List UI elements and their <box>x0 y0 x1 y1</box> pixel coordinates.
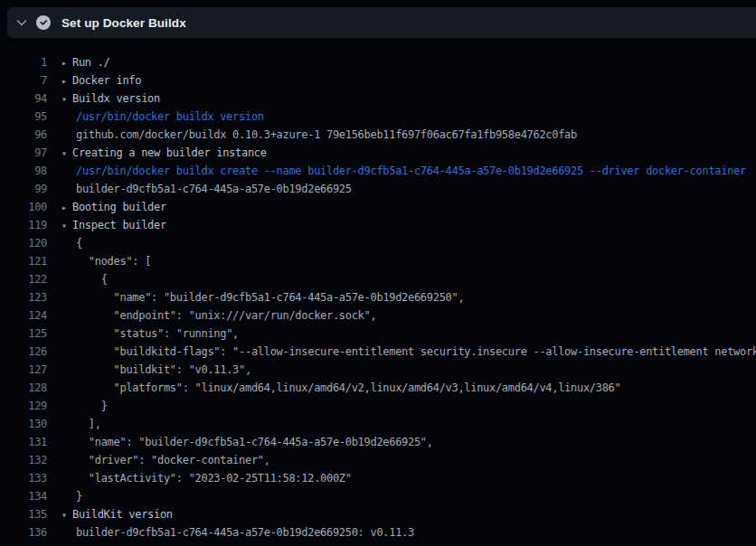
log-output-text: "endpoint": "unix:///var/run/docker.sock… <box>47 309 376 322</box>
log-output-text: "name": "builder-d9cfb5a1-c764-445a-a57e… <box>47 291 464 304</box>
collapse-group-icon[interactable]: ▾ <box>61 221 72 231</box>
log-line: 95 /usr/bin/docker buildx version <box>0 108 756 126</box>
log-group-title: Booting builder <box>72 201 166 213</box>
log-line: 94 ▾Buildx version <box>0 89 756 108</box>
log-line: 124 "endpoint": "unix:///var/run/docker.… <box>0 306 756 325</box>
log-line: 1 ▸Run ./ <box>0 53 756 71</box>
line-number[interactable]: 124 <box>0 309 47 322</box>
line-number[interactable]: 99 <box>0 183 47 195</box>
line-number[interactable]: 132 <box>0 454 47 466</box>
log-command-text: /usr/bin/docker buildx create --name bui… <box>47 165 746 177</box>
log-group-header[interactable]: ▾BuildKit version <box>47 508 173 521</box>
line-number[interactable]: 128 <box>0 381 47 394</box>
step-title: Set up Docker Buildx <box>61 16 186 30</box>
line-number[interactable]: 134 <box>0 490 47 503</box>
log-group-header[interactable]: ▸Booting builder <box>47 201 166 213</box>
check-circle-icon <box>36 15 51 30</box>
log-group-title: Inspect builder <box>72 219 166 231</box>
line-number[interactable]: 100 <box>0 201 47 213</box>
line-number[interactable]: 126 <box>0 345 47 358</box>
log-line: 135 ▾BuildKit version <box>0 505 756 523</box>
log-line: 130 ], <box>0 415 756 433</box>
log-line: 125 "status": "running", <box>0 325 756 343</box>
log-group-title: Docker info <box>72 74 141 87</box>
log-group-header[interactable]: ▾Inspect builder <box>47 219 166 231</box>
log-group-header[interactable]: ▸Docker info <box>47 74 141 87</box>
line-number[interactable]: 7 <box>0 74 47 87</box>
log-viewer: 1 ▸Run ./ 7 ▸Docker info 94 ▾Buildx vers… <box>0 53 756 541</box>
line-number[interactable]: 123 <box>0 291 47 304</box>
line-number[interactable]: 120 <box>0 237 47 249</box>
collapse-group-icon[interactable]: ▾ <box>61 94 72 104</box>
line-number[interactable]: 129 <box>0 400 47 412</box>
log-output-text: "buildkit": "v0.11.3", <box>47 363 251 376</box>
line-number[interactable]: 94 <box>0 92 47 105</box>
log-output-text: "status": "running", <box>47 327 239 340</box>
log-output-text: "name": "builder-d9cfb5a1-c764-445a-a57e… <box>47 436 433 448</box>
collapse-group-icon[interactable]: ▾ <box>61 148 72 158</box>
line-number[interactable]: 127 <box>0 363 47 376</box>
log-line: 97 ▾Creating a new builder instance <box>0 144 756 162</box>
log-line: 123 "name": "builder-d9cfb5a1-c764-445a-… <box>0 288 756 306</box>
log-line: 122 { <box>0 270 756 288</box>
line-number[interactable]: 122 <box>0 273 47 286</box>
log-output-text: "platforms": "linux/amd64,linux/amd64/v2… <box>47 381 620 394</box>
log-group-title: Buildx version <box>72 92 160 105</box>
log-output-text: builder-d9cfb5a1-c764-445a-a57e-0b19d2e6… <box>47 183 352 195</box>
log-line: 127 "buildkit": "v0.11.3", <box>0 361 756 379</box>
log-line: 132 "driver": "docker-container", <box>0 451 756 469</box>
line-number[interactable]: 130 <box>0 418 47 430</box>
log-group-title: Run ./ <box>72 56 110 69</box>
chevron-down-icon[interactable] <box>14 15 29 30</box>
log-output-text: } <box>47 490 82 503</box>
line-number[interactable]: 135 <box>0 508 47 521</box>
log-output-text: builder-d9cfb5a1-c764-445a-a57e-0b19d2e6… <box>47 526 414 539</box>
log-output-text: { <box>47 237 82 249</box>
expand-group-icon[interactable]: ▸ <box>61 202 72 212</box>
line-number[interactable]: 131 <box>0 436 47 448</box>
line-number[interactable]: 119 <box>0 219 47 231</box>
expand-group-icon[interactable]: ▸ <box>61 58 72 68</box>
log-output-text: ], <box>47 418 101 430</box>
line-number[interactable]: 98 <box>0 165 47 177</box>
line-number[interactable]: 1 <box>0 56 47 69</box>
log-output-text: github.com/docker/buildx 0.10.3+azure-1 … <box>47 128 577 141</box>
log-output-text: "lastActivity": "2023-02-25T11:58:12.000… <box>47 472 352 485</box>
log-line: 131 "name": "builder-d9cfb5a1-c764-445a-… <box>0 433 756 451</box>
log-line: 100 ▸Booting builder <box>0 198 756 216</box>
log-line: 128 "platforms": "linux/amd64,linux/amd6… <box>0 379 756 397</box>
log-command-text: /usr/bin/docker buildx version <box>47 110 264 123</box>
log-line: 98 /usr/bin/docker buildx create --name … <box>0 162 756 180</box>
log-line: 99 builder-d9cfb5a1-c764-445a-a57e-0b19d… <box>0 180 756 198</box>
line-number[interactable]: 97 <box>0 146 47 159</box>
line-number[interactable]: 121 <box>0 255 47 268</box>
log-line: 119 ▾Inspect builder <box>0 216 756 234</box>
log-line: 96 github.com/docker/buildx 0.10.3+azure… <box>0 126 756 144</box>
step-header[interactable]: Set up Docker Buildx <box>7 7 756 38</box>
collapse-group-icon[interactable]: ▾ <box>61 510 72 520</box>
log-line: 134 } <box>0 487 756 505</box>
log-line: 7 ▸Docker info <box>0 71 756 89</box>
log-group-header[interactable]: ▾Buildx version <box>47 92 160 105</box>
log-group-title: BuildKit version <box>72 508 173 521</box>
line-number[interactable]: 136 <box>0 526 47 539</box>
log-line: 126 "buildkitd-flags": "--allow-insecure… <box>0 343 756 361</box>
log-group-header[interactable]: ▾Creating a new builder instance <box>47 146 267 159</box>
log-line: 136 builder-d9cfb5a1-c764-445a-a57e-0b19… <box>0 523 756 541</box>
line-number[interactable]: 125 <box>0 327 47 340</box>
line-number[interactable]: 133 <box>0 472 47 485</box>
log-group-header[interactable]: ▸Run ./ <box>47 56 110 69</box>
log-output-text: { <box>47 273 108 286</box>
log-line: 121 "nodes": [ <box>0 252 756 270</box>
expand-group-icon[interactable]: ▸ <box>61 76 72 86</box>
log-line: 120 { <box>0 234 756 252</box>
log-line: 129 } <box>0 397 756 415</box>
log-output-text: "buildkitd-flags": "--allow-insecure-ent… <box>47 345 756 358</box>
log-output-text: "nodes": [ <box>47 255 151 268</box>
line-number[interactable]: 96 <box>0 128 47 141</box>
log-output-text: "driver": "docker-container", <box>47 454 270 466</box>
log-line: 133 "lastActivity": "2023-02-25T11:58:12… <box>0 469 756 487</box>
line-number[interactable]: 95 <box>0 110 47 123</box>
log-group-title: Creating a new builder instance <box>72 146 267 159</box>
log-output-text: } <box>47 400 108 412</box>
